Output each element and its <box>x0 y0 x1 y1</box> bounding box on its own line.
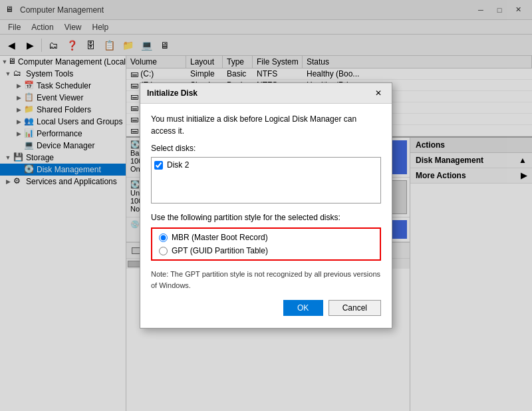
disk-list-box[interactable]: Disk 2 <box>151 157 381 204</box>
disk-2-list-label: Disk 2 <box>167 160 189 170</box>
mbr-radio-text: MBR (Master Boot Record) <box>172 233 268 242</box>
gpt-radio-text: GPT (GUID Partition Table) <box>172 246 268 255</box>
disk-list-item-2[interactable]: Disk 2 <box>154 160 378 170</box>
gpt-radio[interactable] <box>159 247 168 255</box>
partition-style-label: Use the following partition style for th… <box>151 213 381 222</box>
initialize-disk-dialog: Initialize Disk ✕ You must initialize a … <box>140 82 392 329</box>
mbr-radio[interactable] <box>159 233 168 242</box>
dialog-title-bar: Initialize Disk ✕ <box>140 83 392 104</box>
disk-2-checkbox[interactable] <box>154 161 163 170</box>
mbr-radio-label[interactable]: MBR (Master Boot Record) <box>159 233 373 242</box>
partition-style-radio-group: MBR (Master Boot Record) GPT (GUID Parti… <box>151 227 381 261</box>
dialog-close-button[interactable]: ✕ <box>372 87 385 99</box>
dialog-message: You must initialize a disk before Logica… <box>151 113 381 137</box>
dialog-body: You must initialize a disk before Logica… <box>140 104 392 328</box>
dialog-title: Initialize Disk <box>147 88 198 98</box>
dialog-footer: OK Cancel <box>151 300 381 319</box>
cancel-button[interactable]: Cancel <box>329 300 381 316</box>
gpt-radio-label[interactable]: GPT (GUID Partition Table) <box>159 246 373 255</box>
select-disks-label: Select disks: <box>151 144 381 153</box>
note-text: Note: The GPT partition style is not rec… <box>151 269 381 291</box>
ok-button[interactable]: OK <box>283 300 323 316</box>
dialog-overlay: Initialize Disk ✕ You must initialize a … <box>0 0 532 411</box>
